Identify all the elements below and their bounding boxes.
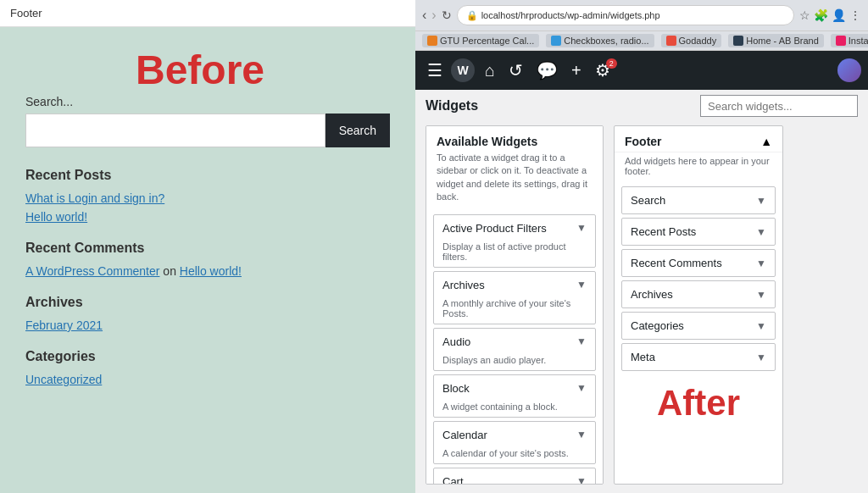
footer-sidebar-title: Footer: [625, 135, 662, 148]
footer-widget-header[interactable]: Recent Posts ▼: [622, 219, 775, 245]
bookmark-label-1: GTU Percentage Cal...: [440, 36, 534, 46]
footer-widget-header[interactable]: Recent Comments ▼: [622, 250, 775, 276]
page-title-bar: Widgets: [415, 90, 868, 117]
comments-button[interactable]: 💬: [531, 57, 563, 84]
widget-item-audio[interactable]: Audio ▼ Displays an audio player.: [433, 328, 596, 371]
plugin-button[interactable]: ⚙ 2: [590, 57, 615, 84]
wp-logo[interactable]: W: [451, 58, 475, 82]
footer-widget-name: Recent Comments: [631, 257, 722, 269]
archive-link-1[interactable]: February 2021: [25, 319, 390, 332]
chevron-down-icon: ▼: [756, 226, 766, 238]
footer-sidebar-header: Footer ▲: [615, 126, 782, 152]
footer-widget-recent-comments[interactable]: Recent Comments ▼: [621, 249, 776, 277]
before-label: Before: [136, 47, 264, 93]
footer-widget-categories[interactable]: Categories ▼: [621, 312, 776, 340]
bookmark-4[interactable]: Home - AB Brand: [728, 34, 824, 47]
category-link-1[interactable]: Uncategorized: [25, 373, 390, 386]
chevron-down-icon: ▼: [576, 429, 587, 440]
bookmark-2[interactable]: Checkboxes, radio...: [546, 34, 654, 47]
left-panel-header: Footer: [0, 0, 415, 27]
url-bar[interactable]: 🔒 localhost/hrproducts/wp-admin/widgets.…: [457, 5, 794, 25]
footer-widget-meta[interactable]: Meta ▼: [621, 343, 776, 371]
footer-widget-name: Archives: [631, 288, 673, 301]
footer-widget-header[interactable]: Meta ▼: [622, 344, 775, 370]
chevron-down-icon: ▼: [576, 335, 587, 347]
widget-name: Calendar: [442, 429, 487, 441]
footer-sidebar-panel: Footer ▲ Add widgets here to appear in y…: [614, 125, 783, 485]
recent-post-link-2[interactable]: Hello world!: [25, 210, 390, 224]
chevron-down-icon: ▼: [756, 320, 766, 332]
browser-refresh-button[interactable]: ↻: [442, 8, 452, 22]
bookmark-favicon-1: [427, 36, 437, 46]
widget-item-header[interactable]: Cart ▼: [434, 468, 595, 485]
menu-icon[interactable]: ⋮: [849, 8, 861, 22]
hamburger-button[interactable]: ☰: [422, 57, 448, 84]
widget-name: Block: [442, 382, 470, 395]
browser-back-button[interactable]: ‹: [422, 8, 426, 23]
widget-item-active-product-filters[interactable]: Active Product Filters ▼ Display a list …: [433, 214, 596, 268]
extensions-icon[interactable]: 🧩: [814, 8, 828, 22]
home-button[interactable]: ⌂: [480, 58, 500, 84]
footer-widget-recent-posts[interactable]: Recent Posts ▼: [621, 218, 776, 246]
bookmark-label-2: Checkboxes, radio...: [564, 36, 648, 46]
search-input[interactable]: [25, 114, 326, 147]
widget-item-header[interactable]: Block ▼: [434, 375, 595, 402]
bookmark-favicon-5: [836, 36, 846, 46]
footer-widget-archives[interactable]: Archives ▼: [621, 280, 776, 308]
widget-item-header[interactable]: Calendar ▼: [434, 422, 595, 448]
widget-item-header[interactable]: Audio ▼: [434, 329, 595, 355]
bookmark-5[interactable]: Instagram Video D...: [831, 34, 868, 47]
bookmark-label-5: Instagram Video D...: [849, 36, 868, 46]
bookmark-favicon-3: [666, 36, 676, 46]
footer-widget-header[interactable]: Categories ▼: [622, 313, 775, 339]
bookmark-1[interactable]: GTU Percentage Cal...: [422, 34, 539, 47]
recent-post-link-1[interactable]: What is Login and sign in?: [25, 191, 390, 205]
search-button[interactable]: Search: [326, 114, 390, 147]
widget-desc: A calendar of your site's posts.: [434, 448, 595, 463]
notification-badge: 2: [606, 58, 617, 69]
footer-widget-header[interactable]: Archives ▼: [622, 281, 775, 307]
footer-widget-search[interactable]: Search ▼: [621, 186, 776, 214]
categories-title: Categories: [25, 349, 390, 364]
widgets-search-input[interactable]: [700, 95, 858, 117]
left-panel-content: Before Search... Search Recent Posts Wha…: [0, 27, 415, 493]
browser-forward-button[interactable]: ›: [431, 8, 436, 23]
recent-posts-section: Recent Posts What is Login and sign in? …: [25, 168, 390, 224]
left-panel: Footer Before Search... Search Recent Po…: [0, 0, 415, 493]
updates-button[interactable]: ↺: [504, 57, 528, 84]
collapse-icon[interactable]: ▲: [760, 135, 772, 148]
widget-item-cart[interactable]: Cart ▼ Display the customer shopping car…: [433, 468, 596, 485]
commenter-link[interactable]: A WordPress Commenter: [25, 264, 159, 278]
commented-post-link[interactable]: Hello world!: [180, 264, 242, 278]
chevron-down-icon: ▼: [576, 475, 587, 485]
recent-comments-section: Recent Comments A WordPress Commenter on…: [25, 241, 390, 278]
footer-label: Footer: [10, 7, 42, 19]
after-label: After: [615, 374, 782, 424]
bookmark-label-3: Godaddy: [679, 36, 717, 46]
url-text: localhost/hrproducts/wp-admin/widgets.ph…: [481, 10, 660, 20]
available-widgets-description: To activate a widget drag it to a sideba…: [426, 152, 603, 211]
profile-icon[interactable]: 👤: [832, 8, 846, 22]
wp-avatar[interactable]: [837, 58, 861, 82]
archives-section: Archives February 2021: [25, 295, 390, 332]
widget-item-block[interactable]: Block ▼ A widget containing a block.: [433, 374, 596, 418]
widget-item-calendar[interactable]: Calendar ▼ A calendar of your site's pos…: [433, 421, 596, 464]
browser-chrome: ‹ › ↻ 🔒 localhost/hrproducts/wp-admin/wi…: [415, 0, 868, 31]
widget-item-archives[interactable]: Archives ▼ A monthly archive of your sit…: [433, 271, 596, 324]
wp-main-content: Available Widgets To activate a widget d…: [415, 117, 868, 493]
widget-desc: A widget containing a block.: [434, 402, 595, 417]
widget-desc: A monthly archive of your site's Posts.: [434, 298, 595, 324]
widget-item-header[interactable]: Active Product Filters ▼: [434, 215, 595, 241]
widget-item-header[interactable]: Archives ▼: [434, 272, 595, 298]
footer-widget-name: Meta: [631, 351, 655, 363]
available-widgets-panel: Available Widgets To activate a widget d…: [426, 125, 604, 485]
bookmark-icon[interactable]: ☆: [799, 8, 810, 22]
footer-widget-header[interactable]: Search ▼: [622, 187, 775, 213]
footer-widget-name: Categories: [631, 319, 684, 332]
search-placeholder-label: Search...: [25, 95, 390, 108]
new-button[interactable]: +: [566, 58, 587, 84]
widget-desc: Displays an audio player.: [434, 355, 595, 370]
footer-sidebar-desc: Add widgets here to appear in your foote…: [615, 152, 782, 183]
chevron-down-icon: ▼: [756, 195, 766, 207]
bookmark-3[interactable]: Godaddy: [661, 34, 722, 47]
